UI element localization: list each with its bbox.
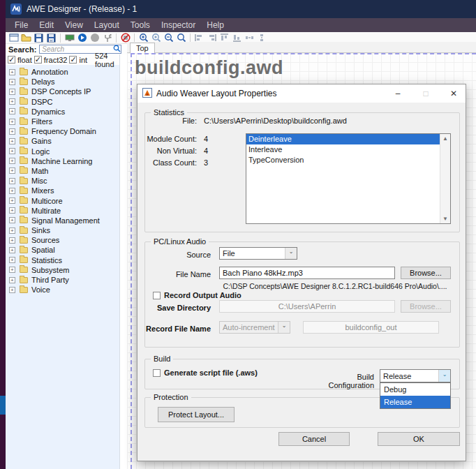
tree-item-logic[interactable]: Logic xyxy=(6,147,119,156)
tab-top[interactable]: Top xyxy=(130,43,155,53)
tree-item-multicore[interactable]: Multicore xyxy=(6,195,119,205)
expand-icon[interactable] xyxy=(9,128,15,135)
expand-icon[interactable] xyxy=(9,267,15,273)
fract32-label: fract32 xyxy=(44,56,68,64)
list-item-deinterleave[interactable]: Deinterleave xyxy=(246,134,450,144)
list-item-interleave[interactable]: Interleave xyxy=(246,144,450,155)
expand-icon[interactable] xyxy=(9,98,15,105)
menu-tools[interactable]: Tools xyxy=(126,19,155,31)
expand-icon[interactable] xyxy=(9,168,15,174)
expand-icon[interactable] xyxy=(9,217,15,223)
file-name-input[interactable] xyxy=(219,267,395,279)
tree-item-voice[interactable]: Voice xyxy=(6,285,119,295)
tree-item-statistics[interactable]: Statistics xyxy=(6,255,119,265)
scroll-up-icon[interactable]: ▲ xyxy=(440,134,450,143)
protect-layout-button[interactable]: Protect Layout... xyxy=(158,407,235,422)
tree-item-signal-management[interactable]: Signal Management xyxy=(6,216,119,225)
class-count-value: 3 xyxy=(204,158,208,167)
menu-layout[interactable]: Layout xyxy=(89,19,124,31)
tree-item-multirate[interactable]: Multirate xyxy=(6,206,119,216)
expand-icon[interactable] xyxy=(9,89,15,95)
maximize-icon[interactable]: □ xyxy=(414,84,438,103)
expand-icon[interactable] xyxy=(9,119,15,125)
expand-icon[interactable] xyxy=(9,257,15,263)
record-output-label: Record Output Audio xyxy=(164,291,241,299)
tree-item-dynamics[interactable]: Dynamics xyxy=(6,107,119,117)
stop-icon[interactable] xyxy=(89,33,101,43)
dialog-titlebar[interactable]: Audio Weaver Layout Properties – □ ✕ xyxy=(137,84,466,103)
tree-item-spatial[interactable]: Spatial xyxy=(6,245,119,255)
canvas-tab-strip: Top xyxy=(127,42,476,53)
profile-icon[interactable] xyxy=(101,33,113,43)
build-configuration-dropdown: Debug Release xyxy=(380,382,451,409)
expand-icon[interactable] xyxy=(9,108,15,114)
tree-item-subsystem[interactable]: Subsystem xyxy=(6,265,119,275)
expand-icon[interactable] xyxy=(9,287,15,293)
open-folder-icon[interactable] xyxy=(20,33,32,43)
tree-item-sources[interactable]: Sources xyxy=(6,235,119,245)
tree-item-machine-learning[interactable]: Machine Learning xyxy=(6,156,119,166)
tree-item-misc[interactable]: Misc xyxy=(6,176,119,186)
tree-item-sinks[interactable]: Sinks xyxy=(6,225,119,235)
browse-file-button[interactable]: Browse... xyxy=(401,267,451,279)
menu-file[interactable]: File xyxy=(10,19,33,31)
menu-bar: File Edit View Layout Tools Inspector He… xyxy=(6,18,476,32)
tree-item-frequency-domain[interactable]: Frequency Domain xyxy=(6,126,119,136)
list-scrollbar[interactable]: ▲▼ xyxy=(440,134,450,223)
minimize-icon[interactable]: – xyxy=(386,84,410,103)
menu-inspector[interactable]: Inspector xyxy=(156,19,200,31)
option-debug[interactable]: Debug xyxy=(380,383,450,396)
expand-icon[interactable] xyxy=(9,247,15,253)
option-release[interactable]: Release xyxy=(380,396,450,408)
record-output-audio-row: Record Output Audio xyxy=(153,291,241,299)
tree-item-dsp-concepts-ip[interactable]: DSP Concepts IP xyxy=(6,87,119,96)
tree-item-annotation[interactable]: Annotation xyxy=(6,67,119,77)
tree-item-mixers[interactable]: Mixers xyxy=(6,186,119,195)
folder-icon xyxy=(20,79,28,85)
tree-item-filters[interactable]: Filters xyxy=(6,117,119,126)
tree-item-delays[interactable]: Delays xyxy=(6,77,119,87)
tree-item-math[interactable]: Math xyxy=(6,166,119,176)
new-file-icon[interactable] xyxy=(8,33,20,43)
expand-icon[interactable] xyxy=(9,277,15,283)
folder-icon xyxy=(20,98,28,105)
generate-script-label: Generate script file (.aws) xyxy=(164,368,258,377)
expand-icon[interactable] xyxy=(9,69,15,75)
expand-icon[interactable] xyxy=(9,148,15,154)
tree-item-third-party[interactable]: Third Party xyxy=(6,275,119,285)
cancel-button[interactable]: Cancel xyxy=(278,432,350,446)
expand-icon[interactable] xyxy=(9,158,15,164)
source-combobox[interactable]: File xyxy=(219,247,297,260)
int-checkbox[interactable] xyxy=(69,56,77,64)
close-icon[interactable]: ✕ xyxy=(442,84,466,103)
list-item-typeconversion[interactable]: TypeConversion xyxy=(246,155,450,165)
scroll-down-icon[interactable]: ▼ xyxy=(440,214,450,223)
layout-update-icon[interactable] xyxy=(64,33,75,43)
expand-icon[interactable] xyxy=(9,198,15,204)
expand-icon[interactable] xyxy=(9,188,15,194)
build-configuration-combobox[interactable]: Release xyxy=(380,369,451,382)
ok-button[interactable]: OK xyxy=(378,432,460,446)
fract32-checkbox[interactable] xyxy=(34,56,42,64)
expand-icon[interactable] xyxy=(9,178,15,184)
menu-help[interactable]: Help xyxy=(202,19,229,31)
dialog-app-icon xyxy=(142,88,152,99)
save-as-icon[interactable]: H xyxy=(45,33,57,43)
save-icon[interactable] xyxy=(33,33,45,43)
expand-icon[interactable] xyxy=(9,138,15,144)
record-output-checkbox[interactable] xyxy=(153,292,161,299)
expand-icon[interactable] xyxy=(9,228,15,234)
run-icon[interactable] xyxy=(76,33,88,43)
generate-script-checkbox[interactable] xyxy=(153,369,161,377)
source-value: File xyxy=(220,249,285,258)
menu-edit[interactable]: Edit xyxy=(34,19,59,31)
expand-icon[interactable] xyxy=(9,207,15,214)
tree-item-gains[interactable]: Gains xyxy=(6,136,119,146)
module-class-list[interactable]: Deinterleave Interleave TypeConversion ▲… xyxy=(246,133,451,224)
class-count-label: Class Count: xyxy=(137,158,197,167)
expand-icon[interactable] xyxy=(9,237,15,244)
float-checkbox[interactable] xyxy=(8,56,15,64)
expand-icon[interactable] xyxy=(9,79,15,85)
menu-view[interactable]: View xyxy=(60,19,88,31)
tree-item-dspc[interactable]: DSPC xyxy=(6,97,119,107)
